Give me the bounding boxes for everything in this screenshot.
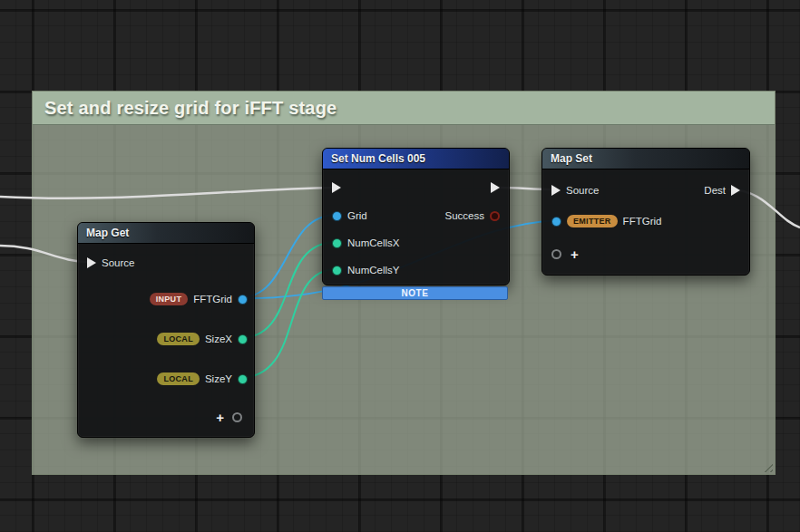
- node-title: Set Num Cells 005: [331, 152, 425, 165]
- note-banner[interactable]: NOTE: [322, 286, 508, 300]
- pin-label: SizeX: [205, 334, 232, 344]
- exec-row: [323, 179, 509, 197]
- pin-label: NumCellsX: [347, 237, 400, 248]
- pin-row-source: Source: [78, 254, 254, 272]
- pin-row-sizey: LOCAL SizeY: [78, 370, 254, 388]
- pin-options-icon[interactable]: [551, 249, 561, 259]
- note-label: NOTE: [402, 288, 429, 298]
- pin-row-sizex: LOCAL SizeX: [78, 330, 254, 348]
- fftgrid-output-pin[interactable]: [238, 295, 248, 305]
- node-footer: +: [78, 408, 254, 426]
- exec-out-pin[interactable]: [491, 182, 500, 193]
- node-title: Map Set: [551, 152, 592, 165]
- exec-row: Source Dest: [542, 181, 749, 199]
- pin-label: FFTGrid: [193, 294, 232, 305]
- pin-row-grid: Grid Success: [323, 207, 509, 225]
- sizey-output-pin[interactable]: [238, 374, 248, 384]
- namespace-badge-local: LOCAL: [157, 333, 200, 345]
- node-footer: +: [542, 245, 749, 263]
- graph-canvas[interactable]: Set and resize grid for iFFT stage Map G…: [0, 0, 800, 532]
- grid-input-pin[interactable]: [332, 211, 342, 221]
- sizex-output-pin[interactable]: [238, 334, 248, 344]
- exec-in-pin[interactable]: [87, 257, 96, 268]
- node-map-set[interactable]: Map Set Source Dest EMITTER FFTGrid +: [541, 148, 750, 276]
- pin-row-fftgrid: INPUT FFTGrid: [78, 290, 254, 308]
- node-title: Map Get: [86, 227, 129, 239]
- namespace-badge-local: LOCAL: [157, 372, 200, 385]
- comment-title: Set and resize grid for iFFT stage: [44, 98, 337, 119]
- comment-title-bar[interactable]: Set and resize grid for iFFT stage: [33, 92, 775, 125]
- exec-out-pin[interactable]: [731, 185, 740, 196]
- exec-in-pin[interactable]: [551, 185, 561, 196]
- pin-label: SizeY: [205, 373, 232, 384]
- node-set-num-cells-header[interactable]: Set Num Cells 005: [323, 149, 509, 169]
- exec-in-pin[interactable]: [332, 182, 341, 193]
- node-map-get[interactable]: Map Get Source INPUT FFTGrid LOCAL SizeX…: [77, 222, 255, 438]
- pin-label: NumCellsY: [347, 265, 400, 276]
- namespace-badge-input: INPUT: [150, 293, 189, 305]
- fftgrid-input-pin[interactable]: [551, 217, 561, 227]
- pin-row-numcellsx: NumCellsX: [323, 234, 509, 252]
- pin-label: Grid: [347, 210, 367, 221]
- pin-row-numcellsy: NumCellsY: [323, 261, 509, 279]
- pin-label: FFTGrid: [623, 216, 662, 227]
- pin-label: Success: [445, 210, 484, 221]
- pin-options-icon[interactable]: [232, 412, 242, 422]
- node-map-set-header[interactable]: Map Set: [542, 149, 749, 169]
- pin-row-fftgrid: EMITTER FFTGrid: [542, 212, 749, 230]
- numcellsx-input-pin[interactable]: [332, 238, 342, 248]
- node-map-get-header[interactable]: Map Get: [78, 223, 254, 244]
- comment-resize-handle[interactable]: [761, 460, 773, 472]
- pin-label: Source: [566, 185, 599, 196]
- success-output-pin[interactable]: [490, 211, 500, 221]
- pin-label: Source: [102, 257, 134, 268]
- pin-label: Dest: [704, 185, 726, 196]
- add-pin-button[interactable]: +: [571, 247, 579, 261]
- namespace-badge-emitter: EMITTER: [567, 215, 618, 227]
- add-pin-button[interactable]: +: [216, 411, 224, 424]
- node-set-num-cells[interactable]: Set Num Cells 005 Grid Success NumCellsX…: [322, 148, 510, 285]
- numcellsy-input-pin[interactable]: [332, 266, 342, 276]
